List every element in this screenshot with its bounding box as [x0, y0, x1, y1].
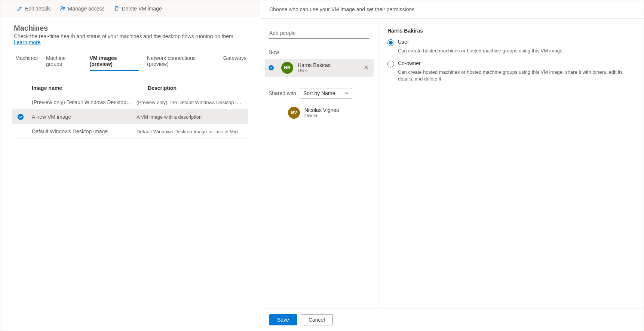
save-button[interactable]: Save	[269, 314, 297, 325]
permission-description: Can create hosted machines or hosted mac…	[398, 69, 635, 82]
table-row[interactable]: A new VM imageA VM image with a descript…	[12, 110, 248, 124]
delete-vm-label: Delete VM image	[122, 6, 162, 12]
svg-point-4	[145, 118, 145, 119]
col-image-name[interactable]: Image name	[32, 85, 148, 91]
avatar: NV	[288, 107, 300, 119]
svg-point-1	[64, 7, 65, 9]
manage-access-button[interactable]: Manage access	[56, 4, 107, 13]
new-section-label: New	[269, 49, 370, 55]
tab-machines[interactable]: Machines	[15, 55, 38, 71]
permission-target-name: Harris Bakiras	[387, 28, 635, 34]
tab-machine-groups[interactable]: Machine groups	[46, 55, 82, 71]
permission-radio-coowner[interactable]	[387, 61, 394, 67]
col-description[interactable]: Description	[148, 85, 248, 91]
edit-details-button[interactable]: Edit details	[14, 4, 53, 13]
sort-by-value: Sort by Name	[303, 90, 335, 96]
page-subtitle: Check the real-time health and status of…	[14, 33, 246, 45]
row-image-name: (Preview only) Default Windows Desktop I…	[32, 99, 137, 105]
row-description: A VM image with a description	[137, 114, 248, 120]
command-bar: Edit details Manage access Delete VM ima…	[0, 0, 260, 17]
table-row[interactable]: Default Windows Desktop ImageDefault Win…	[12, 124, 248, 139]
permission-description: Can create hosted machines or hosted mac…	[398, 48, 635, 54]
row-image-name: A new VM image	[32, 114, 137, 120]
more-vertical-icon	[142, 114, 148, 119]
svg-point-0	[61, 7, 63, 9]
edit-details-label: Edit details	[25, 6, 50, 12]
add-people-input[interactable]	[269, 28, 369, 39]
vm-images-table: Image name Description (Preview only) De…	[12, 81, 248, 139]
permission-radio-user[interactable]	[387, 39, 394, 46]
tab-gateways[interactable]: Gateways	[223, 55, 246, 71]
learn-more-link[interactable]: Learn more	[14, 39, 41, 45]
tab-vm-images-preview-[interactable]: VM images (preview)	[90, 55, 139, 71]
person-name: Harris Bakiras	[298, 62, 362, 68]
permission-label: Co-owner	[398, 60, 421, 66]
row-description: (Preview only) The Default Windows Deskt…	[137, 100, 248, 105]
delete-vm-button[interactable]: Delete VM image	[111, 4, 165, 13]
row-overflow-menu[interactable]	[139, 114, 151, 119]
person-selected-icon	[269, 65, 274, 70]
trash-icon	[114, 6, 120, 12]
tab-bar: MachinesMachine groupsVM images (preview…	[0, 48, 260, 71]
table-row[interactable]: (Preview only) Default Windows Desktop I…	[12, 95, 248, 110]
person-name: Nicolas Vignes	[304, 107, 370, 113]
people-icon	[59, 6, 65, 12]
person-role: Owner	[304, 113, 370, 118]
panel-header: Choose who can use your VM image and set…	[260, 0, 644, 19]
chevron-down-icon	[344, 91, 349, 95]
svg-point-3	[145, 116, 145, 117]
permission-label: User	[398, 39, 409, 45]
sort-by-dropdown[interactable]: Sort by Name	[300, 88, 352, 98]
person-role: User	[298, 68, 362, 73]
close-icon	[364, 65, 368, 70]
cancel-button[interactable]: Cancel	[301, 314, 333, 325]
shared-with-label: Shared with	[269, 90, 296, 96]
person-card[interactable]: NV Nicolas Vignes Owner	[265, 104, 374, 122]
manage-access-label: Manage access	[68, 6, 104, 12]
row-description: Default Windows Desktop Image for use in…	[137, 129, 248, 134]
person-card[interactable]: HB Harris Bakiras User	[265, 59, 374, 77]
table-header-row: Image name Description	[12, 81, 248, 95]
row-image-name: Default Windows Desktop Image	[32, 128, 137, 134]
row-checkmark-icon[interactable]	[18, 114, 24, 120]
tab-network-connections-preview-[interactable]: Network connections (preview)	[147, 55, 215, 71]
pencil-icon	[17, 6, 23, 12]
remove-person-button[interactable]	[362, 63, 370, 73]
svg-point-2	[145, 115, 145, 116]
page-title: Machines	[14, 24, 246, 33]
avatar: HB	[281, 62, 293, 74]
